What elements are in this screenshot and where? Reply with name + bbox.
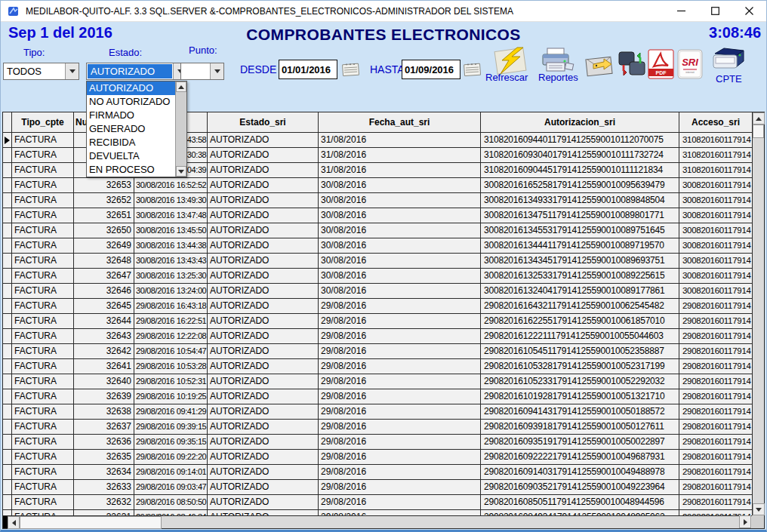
grid-cell[interactable]: 29/08/2016 09:22:20 bbox=[134, 450, 208, 465]
grid-cell[interactable]: 29/08/2016 10:19:25 bbox=[134, 389, 208, 404]
grid-cell[interactable]: 29/08/2016 bbox=[319, 329, 481, 344]
grid-cell[interactable]: AUTORIZADO bbox=[208, 435, 319, 450]
grid-cell[interactable]: 32641 bbox=[74, 359, 134, 374]
grid-cell[interactable]: FACTURA bbox=[12, 435, 74, 450]
grid-cell[interactable]: 290820160117914 bbox=[679, 374, 753, 389]
grid-cell[interactable]: 3008201613475117914125590010089801771 bbox=[481, 208, 679, 223]
grid-cell[interactable]: AUTORIZADO bbox=[208, 133, 319, 148]
grid-cell[interactable]: FACTURA bbox=[12, 374, 74, 389]
grid-cell[interactable]: 30/08/2016 13:25:30 bbox=[134, 269, 208, 284]
row-selector-cell[interactable] bbox=[3, 480, 12, 495]
grid-cell[interactable]: 29/08/2016 16:22:51 bbox=[134, 314, 208, 329]
grid-cell[interactable]: 32645 bbox=[74, 299, 134, 314]
grid-cell[interactable]: 2908201608493417914125590010048905062 bbox=[481, 510, 679, 515]
transfer-button[interactable] bbox=[618, 50, 646, 81]
column-header[interactable]: Autorizacion_sri bbox=[481, 112, 679, 133]
grid-cell[interactable]: 30/08/2016 13:49:30 bbox=[134, 193, 208, 208]
row-selector-cell[interactable] bbox=[3, 329, 12, 344]
grid-cell[interactable]: FACTURA bbox=[12, 329, 74, 344]
scroll-up-button[interactable] bbox=[753, 112, 765, 125]
grid-cell[interactable]: 3008201613253317914125590010089225615 bbox=[481, 269, 679, 284]
table-row[interactable]: FACTURA3264029/08/2016 10:52:31AUTORIZAD… bbox=[3, 374, 753, 389]
dropdown-scroll-down-button[interactable] bbox=[176, 166, 186, 177]
grid-cell[interactable]: 32648 bbox=[74, 254, 134, 269]
table-row[interactable]: FACTURA3264630/08/2016 13:24:00AUTORIZAD… bbox=[3, 284, 753, 299]
app-icon[interactable] bbox=[8, 5, 20, 17]
grid-cell[interactable]: AUTORIZADO bbox=[208, 193, 319, 208]
grid-cell[interactable]: 290820160117914 bbox=[679, 450, 753, 465]
grid-cell[interactable]: 2908201609140317914125590010049488978 bbox=[481, 465, 679, 480]
grid-cell[interactable]: 30/08/2016 13:47:48 bbox=[134, 208, 208, 223]
grid-cell[interactable]: AUTORIZADO bbox=[208, 420, 319, 435]
dropdown-option[interactable]: DEVUELTA bbox=[87, 149, 186, 163]
grid-cell[interactable]: FACTURA bbox=[12, 299, 74, 314]
row-selector-cell[interactable] bbox=[3, 223, 12, 238]
grid-cell[interactable]: FACTURA bbox=[12, 208, 74, 223]
grid-cell[interactable]: 300820160117914 bbox=[679, 254, 753, 269]
grid-cell[interactable]: AUTORIZADO bbox=[208, 344, 319, 359]
grid-cell[interactable]: 29/08/2016 10:52:31 bbox=[134, 374, 208, 389]
row-selector-cell[interactable] bbox=[3, 238, 12, 254]
row-selector-cell[interactable] bbox=[3, 465, 12, 480]
grid-cell[interactable]: AUTORIZADO bbox=[208, 314, 319, 329]
hasta-input[interactable] bbox=[402, 60, 461, 79]
grid-cell[interactable]: 310820160117914 bbox=[679, 148, 753, 163]
row-selector-cell[interactable] bbox=[3, 389, 12, 404]
grid-cell[interactable]: 32642 bbox=[74, 344, 134, 359]
table-row[interactable]: FACTURA3263729/08/2016 09:39:15AUTORIZAD… bbox=[3, 420, 753, 435]
grid-cell[interactable]: 290820160117914 bbox=[679, 495, 753, 510]
grid-cell[interactable]: 31/08/2016 bbox=[319, 148, 481, 163]
grid-cell[interactable]: 30/08/2016 bbox=[319, 254, 481, 269]
grid-cell[interactable]: 32632 bbox=[74, 495, 134, 510]
grid-cell[interactable]: 2908201609222217914125590010049687931 bbox=[481, 450, 679, 465]
dropdown-scroll-up-button[interactable] bbox=[176, 81, 186, 92]
grid-cell[interactable]: FACTURA bbox=[12, 420, 74, 435]
grid-cell[interactable]: 290820160117914 bbox=[679, 420, 753, 435]
grid-cell[interactable]: 2908201616432117914125590010062545482 bbox=[481, 299, 679, 314]
grid-cell[interactable]: 2908201609035217914125590010049223964 bbox=[481, 480, 679, 495]
grid-cell[interactable]: 32643 bbox=[74, 329, 134, 344]
grid-cell[interactable]: 290820160117914 bbox=[679, 359, 753, 374]
grid-cell[interactable]: 2908201610523317914125590010052292032 bbox=[481, 374, 679, 389]
grid-cell[interactable]: FACTURA bbox=[12, 359, 74, 374]
grid-cell[interactable]: FACTURA bbox=[12, 238, 74, 254]
row-selector-cell[interactable] bbox=[3, 374, 12, 389]
grid-cell[interactable]: 29/08/2016 16:43:18 bbox=[134, 299, 208, 314]
sri-button[interactable]: SRI internet bbox=[677, 49, 703, 82]
desde-calendar-button[interactable] bbox=[340, 60, 361, 81]
grid-cell[interactable]: 290820160117914 bbox=[679, 344, 753, 359]
grid-cell[interactable]: 31/08/2016 bbox=[319, 133, 481, 148]
grid-cell[interactable]: AUTORIZADO bbox=[208, 163, 319, 178]
grid-cell[interactable]: 3108201609044517914125590010111121834 bbox=[481, 163, 679, 178]
estado-combobox[interactable]: AUTORIZADO bbox=[86, 63, 187, 80]
grid-cell[interactable]: 32650 bbox=[74, 223, 134, 238]
row-selector-cell[interactable] bbox=[3, 359, 12, 374]
grid-cell[interactable]: FACTURA bbox=[12, 314, 74, 329]
vertical-scrollbar[interactable] bbox=[752, 112, 764, 515]
grid-cell[interactable]: 300820160117914 bbox=[679, 208, 753, 223]
row-selector-cell[interactable] bbox=[3, 510, 12, 515]
row-selector-cell[interactable] bbox=[3, 133, 12, 148]
grid-cell[interactable]: 29/08/2016 08:49:34 bbox=[134, 510, 208, 515]
grid-cell[interactable]: 300820160117914 bbox=[679, 269, 753, 284]
grid-cell[interactable]: 2908201610532817914125590010052317199 bbox=[481, 359, 679, 374]
row-selector-cell[interactable] bbox=[3, 148, 12, 163]
grid-cell[interactable]: FACTURA bbox=[12, 193, 74, 208]
table-row[interactable]: FACTURA3264429/08/2016 16:22:51AUTORIZAD… bbox=[3, 314, 753, 329]
row-selector-cell[interactable] bbox=[3, 404, 12, 420]
grid-cell[interactable]: FACTURA bbox=[12, 404, 74, 420]
grid-cell[interactable]: 2908201608505117914125590010048944596 bbox=[481, 495, 679, 510]
table-row-partial[interactable]: FACTURA3263129/08/2016 08:49:34AUTORIZAD… bbox=[3, 510, 753, 515]
table-row[interactable]: FACTURA3263429/08/2016 09:14:01AUTORIZAD… bbox=[3, 465, 753, 480]
grid-cell[interactable]: 32637 bbox=[74, 420, 134, 435]
table-row[interactable]: FACTURA3263829/08/2016 09:41:29AUTORIZAD… bbox=[3, 404, 753, 420]
table-row[interactable]: FACTURA3265230/08/2016 13:49:30AUTORIZAD… bbox=[3, 193, 753, 208]
grid-cell[interactable]: 290820160117914 bbox=[679, 389, 753, 404]
table-row[interactable]: FACTURA3265330/08/2016 16:52:52AUTORIZAD… bbox=[3, 178, 753, 193]
grid-cell[interactable]: AUTORIZADO bbox=[208, 269, 319, 284]
table-row[interactable]: FACTURA3265030/08/2016 13:45:50AUTORIZAD… bbox=[3, 223, 753, 238]
grid-cell[interactable]: 29/08/2016 bbox=[319, 359, 481, 374]
grid-cell[interactable]: FACTURA bbox=[12, 148, 74, 163]
grid-cell[interactable]: 32653 bbox=[74, 178, 134, 193]
grid-cell[interactable]: 290820160117914 bbox=[679, 314, 753, 329]
